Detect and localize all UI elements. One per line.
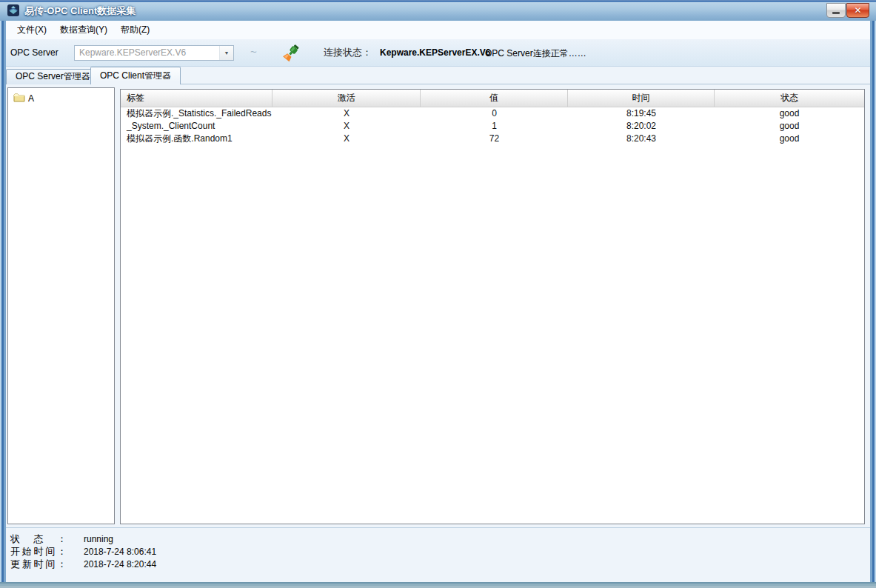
status-row: 状态： running	[6, 532, 870, 545]
window-frame-left	[0, 21, 6, 582]
combobox-dropdown-button[interactable]: ▼	[219, 46, 233, 60]
tab-opc-client-manager[interactable]: OPC Client管理器	[90, 67, 181, 84]
client-area: 文件(X) 数据查询(Y) 帮助(Z) OPC Server Kepware.K…	[6, 21, 870, 582]
connected-server-name: Kepware.KEPServerEX.V6	[380, 47, 490, 58]
status-value: running	[84, 534, 113, 544]
opc-server-combobox-value: Kepware.KEPServerEX.V6	[75, 46, 219, 60]
cell-value: 1	[421, 120, 568, 133]
tilde-mark: ~	[250, 45, 257, 58]
start-time-row: 开始时间： 2018-7-24 8:06:41	[6, 545, 870, 558]
grid-header-row: 标签 激活 值 时间 状态	[121, 90, 864, 107]
menubar: 文件(X) 数据查询(Y) 帮助(Z)	[6, 21, 870, 39]
cell-tag: 模拟器示例._Statistics._FailedReads	[121, 107, 273, 120]
update-time-value: 2018-7-24 8:20:44	[84, 559, 156, 569]
tree-item-root[interactable]: A	[8, 92, 114, 104]
folder-icon	[13, 93, 25, 104]
column-header-active[interactable]: 激活	[273, 90, 421, 107]
window-frame-bottom	[0, 582, 876, 588]
menu-file[interactable]: 文件(X)	[10, 21, 53, 39]
cell-tag: _System._ClientCount	[121, 120, 273, 133]
connect-plug-icon[interactable]	[281, 42, 301, 63]
tabstrip: OPC Server管理器 OPC Client管理器	[6, 67, 870, 84]
minimize-button[interactable]	[826, 3, 846, 18]
table-row[interactable]: 模拟器示例._Statistics._FailedReads X 0 8:19:…	[121, 107, 864, 120]
app-icon	[7, 4, 20, 17]
cell-active: X	[273, 133, 421, 145]
start-time-value: 2018-7-24 8:06:41	[84, 547, 156, 557]
opc-server-label: OPC Server	[10, 47, 58, 58]
cell-active: X	[273, 107, 421, 120]
cell-value: 72	[421, 133, 568, 145]
status-panel: 状态： running 开始时间： 2018-7-24 8:06:41 更新时间…	[6, 527, 870, 582]
cell-time: 8:20:43	[568, 133, 715, 145]
app-window: 易传-OPC Client数据采集 ✕ 文件(X) 数据查询(Y) 帮助(Z) …	[0, 0, 876, 588]
toolbar: OPC Server Kepware.KEPServerEX.V6 ▼ ~	[6, 39, 870, 67]
cell-status: good	[715, 133, 864, 145]
titlebar[interactable]: 易传-OPC Client数据采集 ✕	[0, 0, 876, 21]
status-label: 状态：	[10, 532, 67, 546]
tag-data-grid: 标签 激活 值 时间 状态 模拟器示例._Statistics._FailedR…	[120, 89, 865, 524]
close-button[interactable]: ✕	[846, 3, 869, 18]
minimize-icon	[832, 12, 840, 14]
window-frame-right	[870, 21, 876, 582]
group-tree-panel: A	[7, 87, 115, 524]
cell-status: good	[715, 107, 864, 120]
update-time-row: 更新时间： 2018-7-24 8:20:44	[6, 558, 870, 570]
cell-time: 8:20:02	[568, 120, 715, 133]
cell-tag: 模拟器示例.函数.Random1	[121, 133, 273, 145]
connection-status-message: OPC Server连接正常……	[485, 47, 586, 60]
table-row[interactable]: _System._ClientCount X 1 8:20:02 good	[121, 120, 864, 133]
opc-server-combobox[interactable]: Kepware.KEPServerEX.V6 ▼	[74, 45, 234, 61]
column-header-value[interactable]: 值	[421, 90, 568, 107]
cell-active: X	[273, 120, 421, 133]
menu-help[interactable]: 帮助(Z)	[114, 21, 156, 39]
tree-item-label: A	[28, 93, 34, 104]
cell-time: 8:19:45	[568, 107, 715, 120]
cell-value: 0	[421, 107, 568, 120]
cell-status: good	[715, 120, 864, 133]
connection-status-label: 连接状态：	[324, 46, 372, 59]
column-header-tag[interactable]: 标签	[121, 90, 273, 107]
update-time-label: 更新时间：	[10, 558, 67, 571]
start-time-label: 开始时间：	[10, 545, 67, 558]
chevron-down-icon: ▼	[224, 50, 230, 56]
column-header-status[interactable]: 状态	[715, 90, 864, 107]
column-header-time[interactable]: 时间	[568, 90, 715, 107]
menu-data-query[interactable]: 数据查询(Y)	[53, 21, 114, 39]
tab-page-content: A 标签 激活 值 时间 状态 模拟器示例._Statistics._Faile…	[6, 84, 870, 527]
close-icon: ✕	[854, 5, 861, 16]
window-title: 易传-OPC Client数据采集	[24, 4, 136, 18]
tab-opc-server-manager[interactable]: OPC Server管理器	[6, 69, 100, 84]
table-row[interactable]: 模拟器示例.函数.Random1 X 72 8:20:43 good	[121, 133, 864, 145]
